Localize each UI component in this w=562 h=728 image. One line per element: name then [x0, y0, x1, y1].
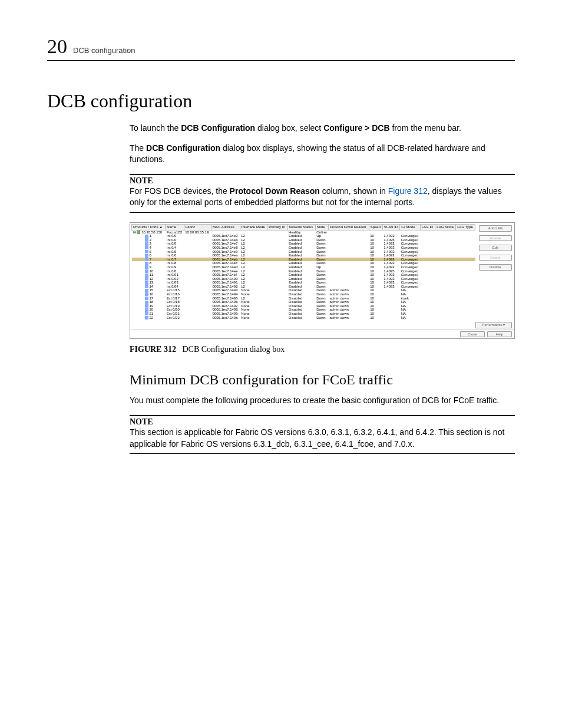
note1-body: For FOS DCB devices, the Protocol Down R…: [130, 186, 515, 209]
help-button[interactable]: Help: [487, 331, 512, 338]
column-header[interactable]: Interface Mode: [240, 224, 267, 230]
table-row[interactable]: 15Ext 0/150005.1ec7.1493NoneDisabledDown…: [132, 288, 475, 292]
sub-p: You must complete the following procedur…: [130, 395, 515, 407]
column-header[interactable]: VLAN ID: [382, 224, 399, 230]
section-subtitle: Minimum DCB configuration for FCoE traff…: [130, 372, 515, 388]
column-header[interactable]: Protocol Down Reason: [328, 224, 369, 230]
performance-button[interactable]: Performance ▾: [475, 322, 512, 328]
chapter-label: DCB configuration: [73, 46, 135, 55]
page-title: DCB configuration: [47, 90, 515, 112]
note2-heading: NOTE: [130, 415, 515, 427]
table-row[interactable]: 18Ext 0/180005.1ec7.1496NoneDisabledDown…: [132, 300, 475, 304]
table-row[interactable]: 11Int 0/010005.1ec7.14efL2EnabledDown101…: [132, 273, 475, 277]
column-header[interactable]: LAG Type: [456, 224, 475, 230]
table-row[interactable]: 20Ext 0/200005.1ec7.1498NoneDisabledDown…: [132, 308, 475, 312]
table-row[interactable]: 1Int 0/00005.1ec7.14e0L2EnabledUp101,409…: [132, 234, 475, 238]
running-head: 20 DCB configuration: [47, 35, 515, 61]
column-header[interactable]: L2 Mode: [400, 224, 421, 230]
disable-button[interactable]: Disable: [479, 264, 512, 271]
column-header[interactable]: LAG Mode: [435, 224, 456, 230]
table-row[interactable]: 16Ext 0/160005.1ec7.1494NoneDisabledDown…: [132, 292, 475, 297]
edit-button[interactable]: Edit: [479, 245, 512, 251]
close-button[interactable]: Close: [460, 331, 485, 338]
table-row[interactable]: 3Int 0/00005.1ec7.14e7L2EnabledDown101,4…: [132, 242, 475, 246]
column-header[interactable]: Fabric: [184, 224, 211, 230]
table-row[interactable]: 10Int 0/00005.1ec7.14eeL2EnabledDown101,…: [132, 269, 475, 274]
column-header[interactable]: Primary IP: [267, 224, 287, 230]
note-heading: NOTE: [130, 174, 515, 186]
figure-link[interactable]: Figure 312: [388, 186, 428, 196]
table-row[interactable]: 6Int 0/60005.1ec7.14eaL2EnabledDown101,4…: [132, 253, 475, 258]
intro-p2: The DCB Configuration dialog box display…: [130, 143, 515, 166]
table-row[interactable]: 9Int 0/90005.1ec7.14e0L2EnabledUp101,409…: [132, 265, 475, 269]
column-header[interactable]: LAG ID: [420, 224, 435, 230]
column-header[interactable]: Name: [166, 224, 184, 230]
add-lag-button[interactable]: Add LAG: [479, 225, 512, 232]
table-row[interactable]: 8Int 0/80005.1ec7.14ecL2EnabledDown101,4…: [132, 261, 475, 265]
table-row[interactable]: 21Ext 0/210005.1ec7.1499NoneDisabledDown…: [132, 312, 475, 316]
note2-body: This section is applicable for Fabric OS…: [130, 427, 515, 450]
enable-button[interactable]: Enable: [479, 235, 512, 242]
figure-caption: FIGURE 312 DCB Configuration dialog box: [130, 345, 515, 354]
intro-p1: To launch the DCB Configuration dialog b…: [130, 123, 515, 134]
table-row[interactable]: 14Int 0/040005.1ec7.1492L2EnabledDown101…: [132, 285, 475, 289]
table-row[interactable]: 22Ext 0/220005.1ec7.149aNoneDisabledDown…: [132, 316, 475, 320]
column-header[interactable]: Speed: [369, 224, 382, 230]
body-content: To launch the DCB Configuration dialog b…: [130, 123, 515, 454]
table-row[interactable]: 5Int 0/50005.1ec7.14e9L2EnabledDown101,4…: [132, 250, 475, 254]
dcb-table: Products / Ports ▲NameFabricMAC AddressI…: [131, 224, 475, 319]
column-header[interactable]: State: [315, 224, 328, 230]
table-row[interactable]: 2Int 0/00005.1ec7.14e6L2EnabledDown101,4…: [132, 238, 475, 242]
table-row[interactable]: 7Int 0/70005.1ec7.14ebL2EnabledDown101,4…: [132, 258, 475, 262]
table-row[interactable]: 17Ext 0/170005.1ec7.1495L2DisabledDownad…: [132, 297, 475, 301]
dcb-config-screenshot: Products / Ports ▲NameFabricMAC AddressI…: [130, 222, 515, 339]
column-header[interactable]: MAC Address: [211, 224, 240, 230]
column-header[interactable]: Products / Ports ▲: [132, 224, 166, 230]
button-panel: Add LAG Enable Edit Delete Disable: [477, 223, 514, 321]
table-row[interactable]: 12Int 0/020005.1ec7.1490L2EnabledDown101…: [132, 277, 475, 281]
table-row[interactable]: ⊟ 10.20.50.150Focus18210.00.00.05.1EHeal…: [132, 230, 475, 234]
note-rule: [130, 212, 515, 213]
delete-button[interactable]: Delete: [479, 255, 512, 261]
chapter-number: 20: [47, 35, 67, 58]
note2-rule: [130, 453, 515, 454]
table-row[interactable]: 19Ext 0/190005.1ec7.1497NoneDisabledDown…: [132, 304, 475, 308]
column-header[interactable]: Network Status: [287, 224, 315, 230]
table-row[interactable]: 4Int 0/40005.1ec7.14e8L2EnabledDown101,4…: [132, 246, 475, 250]
table-row[interactable]: 13Int 0/030005.1ec7.1491L2EnabledDown101…: [132, 281, 475, 285]
